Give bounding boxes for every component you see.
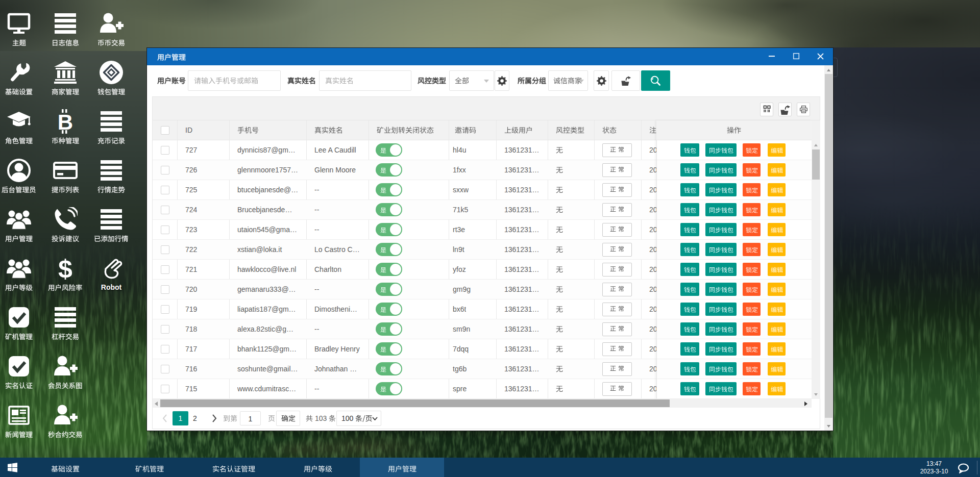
svg-text:$: $	[58, 256, 72, 281]
